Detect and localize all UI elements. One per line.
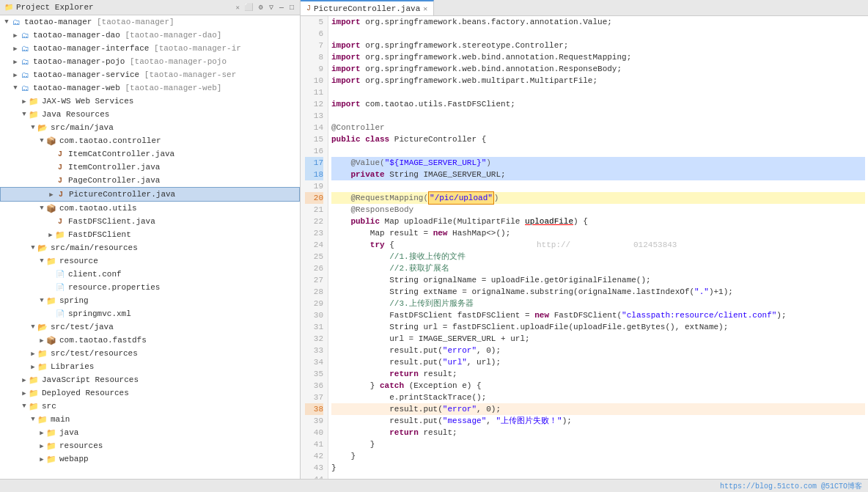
tree-item-fastdfsclient-folder[interactable]: ▶ 📁 FastDFSClient — [0, 228, 300, 241]
item-label: FastDFSClient.java — [68, 217, 155, 226]
code-text: { — [385, 239, 394, 251]
view-menu-icon[interactable]: ▽ — [268, 2, 275, 12]
tree-item-com-taotao-utils[interactable]: ▼ 📦 com.taotao.utils — [0, 202, 300, 215]
item-sublabel: [taotao-manager] — [92, 18, 174, 26]
underlined-param: uploadFile — [525, 216, 573, 227]
code-text: org.springframework.web.bind.annotation.… — [361, 51, 632, 63]
tree-item-com-taotao-controller[interactable]: ▼ 📦 com.taotao.controller — [0, 134, 300, 147]
code-text: result.put("message", "上传图片失败！"); — [331, 415, 572, 427]
tree-item-itemcontroller[interactable]: J ItemController.java — [0, 161, 300, 174]
item-sublabel: [taotao-manager-web] — [120, 84, 222, 92]
item-label: JavaScript Resources — [42, 375, 139, 384]
minimize-icon[interactable]: — — [278, 3, 285, 12]
item-label: java — [59, 428, 78, 437]
arrow-icon: ▶ — [12, 45, 19, 53]
item-label: PictureController.java — [69, 190, 175, 199]
tree-item-client-conf[interactable]: 📄 client.conf — [0, 268, 300, 281]
maximize-icon[interactable]: □ — [288, 3, 295, 12]
code-text — [331, 169, 350, 180]
tree-item-src-test-java[interactable]: ▼ 📂 src/test/java — [0, 320, 300, 334]
tree-item-picturecontroller[interactable]: ▶ J PictureController.java — [0, 187, 300, 202]
comment: //1.接收上传的文件 — [389, 251, 465, 262]
arrow-icon: ▼ — [38, 297, 45, 304]
code-text: org.springframework.beans.factory.annota… — [361, 16, 612, 28]
tab-close-button[interactable]: ✕ — [423, 4, 427, 13]
tree-item-javascript-resources[interactable]: ▶ 📁 JavaScript Resources — [0, 373, 300, 386]
arrow-icon — [47, 164, 54, 171]
folder-icon: 📁 — [28, 109, 40, 120]
folder-icon: 📁 — [45, 427, 57, 438]
tree-item-taotao-manager-dao[interactable]: ▶ 🗂 taotao-manager-dao [taotao-manager-d… — [0, 29, 300, 42]
folder-icon: 📁 — [28, 374, 40, 386]
tree-item-java[interactable]: ▶ 📁 java — [0, 426, 300, 439]
code-line-7: import org.springframework.stereotype.Co… — [331, 40, 865, 51]
tree-item-java-resources[interactable]: ▼ 📁 Java Resources — [0, 108, 300, 121]
tree-item-src[interactable]: ▼ 📁 src — [0, 400, 300, 413]
tree-item-deployed-resources[interactable]: ▶ 📁 Deployed Resources — [0, 386, 300, 400]
tree-item-resource-properties[interactable]: 📄 resource.properties — [0, 281, 300, 294]
line-num-27: 27 — [305, 274, 323, 286]
tree-item-taotao-manager-interface[interactable]: ▶ 🗂 taotao-manager-interface [taotao-man… — [0, 42, 300, 55]
code-line-24: try { http:// 012453843 — [331, 239, 865, 251]
tree-item-taotao-manager-service[interactable]: ▶ 🗂 taotao-manager-service [taotao-manag… — [0, 68, 300, 81]
folder-icon: 📁 — [37, 348, 48, 359]
editor-tab-picturecontroller[interactable]: J PictureController.java ✕ — [301, 0, 434, 15]
code-line-20: @RequestMapping("/pic/upload") — [331, 192, 865, 204]
keyword: public — [350, 216, 380, 227]
code-line-38: result.put("error", 0); — [331, 403, 865, 415]
java-file-icon: J — [54, 216, 66, 227]
tree-item-pagecontroller[interactable]: J PageController.java — [0, 174, 300, 187]
arrow-icon: ▶ — [29, 350, 37, 358]
tree-item-webapp[interactable]: ▶ 📁 webapp — [0, 452, 300, 466]
tree-item-resources[interactable]: ▶ 📁 resources — [0, 439, 300, 452]
java-file-icon: J — [54, 148, 66, 160]
editor-tab-bar: J PictureController.java ✕ — [301, 0, 868, 16]
item-label: src/test/java — [51, 323, 114, 331]
tree-item-resource[interactable]: ▼ 📁 resource — [0, 254, 300, 268]
item-sublabel: [taotao-manager-dao] — [120, 31, 222, 40]
tree-item-taotao-manager-pojo[interactable]: ▶ 🗂 taotao-manager-pojo [taotao-manager-… — [0, 55, 300, 68]
comment: //3.上传到图片服务器 — [389, 298, 473, 309]
tree-item-main[interactable]: ▼ 📁 main — [0, 413, 300, 426]
item-label: ItemController.java — [68, 163, 160, 172]
code-text: com.taotao.utils.FastDFSClient; — [361, 98, 515, 110]
arrow-icon: ▼ — [21, 403, 28, 410]
tree-item-src-main-resources[interactable]: ▼ 📂 src/main/resources — [0, 241, 300, 254]
item-label: webapp — [59, 455, 89, 463]
tree-item-jax-ws[interactable]: ▶ 📁 JAX-WS Web Services — [0, 95, 300, 108]
xml-file-icon: 📄 — [54, 308, 66, 320]
tree-item-src-test-resources[interactable]: ▶ 📁 src/test/resources — [0, 347, 300, 360]
line-num-10: 10 — [305, 75, 323, 87]
tree-item-fastdfsclient-java[interactable]: J FastDFSClient.java — [0, 215, 300, 228]
tree-item-taotao-manager[interactable]: ▼ 🗂 taotao-manager [taotao-manager] — [0, 15, 300, 29]
line-num-18: 18 — [305, 169, 323, 180]
tree-item-spring[interactable]: ▼ 📁 spring — [0, 294, 300, 307]
line-num-20: 20 — [305, 192, 323, 204]
panel-header-icons: ⬜ ⚙ ▽ — □ — [243, 2, 295, 12]
item-label: com.taotao.fastdfs — [59, 336, 147, 345]
tree-item-itemcatcontroller[interactable]: J ItemCatController.java — [0, 147, 300, 161]
keyword: import — [331, 40, 361, 51]
code-text: e.printStackTrace(); — [331, 392, 486, 403]
keyword: import — [331, 51, 361, 63]
code-line-18: private String IMAGE_SERVER_URL; — [331, 169, 865, 180]
project-icon: 🗂 — [19, 56, 31, 67]
tree-item-taotao-manager-web[interactable]: ▼ 🗂 taotao-manager-web [taotao-manager-w… — [0, 81, 300, 95]
code-text: org.springframework.web.multipart.Multip… — [361, 75, 597, 87]
link-editor-icon[interactable]: ⚙ — [257, 2, 265, 12]
tree-item-src-main-java[interactable]: ▼ 📂 src/main/java — [0, 121, 300, 134]
annotation: @ResponseBody — [350, 204, 413, 216]
code-line-25: //1.接收上传的文件 — [331, 251, 865, 262]
arrow-icon: ▶ — [21, 376, 28, 384]
collapse-all-icon[interactable]: ⬜ — [243, 2, 254, 12]
tree-item-libraries[interactable]: ▶ 📁 Libraries — [0, 360, 300, 373]
package-icon: 📦 — [45, 135, 57, 147]
string: "/pic/upload" — [430, 194, 493, 202]
code-line-36: } catch (Exception e) { — [331, 380, 865, 392]
item-label: src/main/java — [51, 123, 114, 132]
arrow-icon: ▼ — [29, 416, 37, 423]
line-num-13: 13 — [305, 110, 323, 122]
line-num-38: 38 — [305, 403, 323, 415]
tree-item-com-taotao-fastdfs[interactable]: ▶ 📦 com.taotao.fastdfs — [0, 334, 300, 347]
tree-item-springmvc-xml[interactable]: 📄 springmvc.xml — [0, 307, 300, 320]
